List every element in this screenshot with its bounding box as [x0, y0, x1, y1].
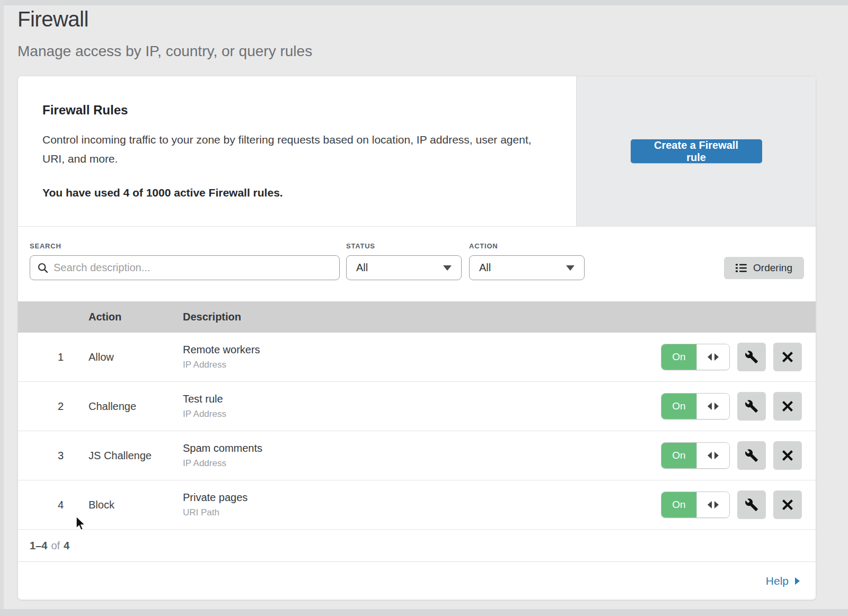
arrow-right-icon [795, 577, 800, 585]
status-label: STATUS [346, 242, 375, 250]
delete-rule-button[interactable] [773, 490, 802, 519]
toggle-arrows-icon [714, 403, 719, 410]
pagination-range: 1–4 [30, 540, 47, 552]
window-edge-left [0, 0, 4, 616]
help-row: Help [18, 561, 816, 600]
search-input[interactable] [54, 262, 332, 274]
rule-controls: On [646, 392, 816, 421]
ordered-list-icon [736, 263, 747, 273]
help-link[interactable]: Help [766, 575, 800, 587]
overview-section: Firewall Rules Control incoming traffic … [18, 76, 816, 227]
toggle-arrows-icon [714, 501, 719, 508]
help-link-label: Help [766, 575, 789, 587]
rule-controls: On [646, 490, 816, 519]
page-subtitle: Manage access by IP, country, or query r… [17, 43, 312, 60]
wrench-icon [745, 498, 758, 512]
chevron-down-icon [566, 265, 575, 271]
rule-match-type: IP Address [183, 458, 646, 469]
rule-match-type: IP Address [183, 360, 646, 370]
rule-action: Block [89, 499, 183, 511]
delete-rule-button[interactable] [773, 392, 802, 421]
table-row: 3 JS Challenge Spam comments IP Address … [18, 431, 816, 480]
search-label: SEARCH [30, 242, 61, 250]
action-selected-value: All [479, 262, 491, 274]
close-x-icon [782, 450, 793, 461]
create-rule-panel: Create a Firewall rule [577, 76, 816, 226]
close-x-icon [782, 351, 793, 363]
table-row: 1 Allow Remote workers IP Address On [18, 333, 816, 382]
rule-enabled-toggle[interactable]: On [661, 492, 730, 518]
create-firewall-rule-button[interactable]: Create a Firewall rule [631, 139, 762, 163]
page-title: Firewall [17, 7, 312, 31]
search-box[interactable] [30, 255, 340, 280]
rule-description-cell: Spam comments IP Address [183, 442, 646, 469]
toggle-arrows-icon [708, 353, 712, 361]
rules-table-body: 1 Allow Remote workers IP Address On [18, 333, 816, 530]
ordering-button-label: Ordering [753, 262, 792, 274]
chevron-down-icon [443, 265, 452, 271]
rule-action: Challenge [89, 400, 183, 413]
rule-description-cell: Test rule IP Address [183, 393, 646, 419]
wrench-icon [745, 399, 758, 413]
window-edge-bottom [0, 609, 848, 616]
rule-match-type: IP Address [183, 409, 646, 419]
toggle-handle[interactable] [696, 443, 729, 468]
close-x-icon [782, 400, 793, 412]
overview-usage: You have used 4 of 1000 active Firewall … [42, 186, 539, 199]
filters-section: SEARCH STATUS All ACTION All Ordering [18, 227, 816, 301]
rule-controls: On [646, 343, 816, 371]
rule-priority: 2 [18, 400, 89, 413]
rule-description: Private pages [183, 492, 646, 504]
rule-action: Allow [89, 351, 183, 363]
toggle-on-label: On [661, 443, 696, 468]
search-icon [38, 263, 48, 273]
overview-heading: Firewall Rules [42, 103, 539, 118]
rule-action: JS Challenge [89, 450, 183, 462]
action-label: ACTION [469, 242, 498, 250]
toggle-handle[interactable] [696, 344, 729, 370]
action-select[interactable]: All [469, 255, 585, 280]
rule-description: Test rule [183, 393, 646, 405]
wrench-icon [745, 350, 758, 364]
edit-rule-button[interactable] [737, 343, 766, 371]
ordering-button[interactable]: Ordering [724, 257, 804, 279]
rule-controls: On [646, 441, 816, 470]
description-column-header: Description [183, 311, 646, 323]
delete-rule-button[interactable] [773, 441, 802, 470]
toggle-on-label: On [661, 344, 696, 370]
toggle-on-label: On [661, 394, 696, 419]
toggle-handle[interactable] [696, 394, 729, 419]
table-row: 4 Block Private pages URI Path On [18, 480, 816, 530]
window-edge-top [0, 0, 848, 5]
rule-enabled-toggle[interactable]: On [661, 442, 730, 469]
status-select[interactable]: All [346, 255, 462, 280]
wrench-icon [745, 449, 758, 462]
rule-description: Remote workers [183, 344, 646, 356]
edit-rule-button[interactable] [737, 392, 766, 421]
toggle-arrows-icon [714, 353, 719, 361]
rule-description-cell: Remote workers IP Address [183, 344, 646, 370]
pagination-of: of [51, 540, 60, 552]
toggle-arrows-icon [708, 403, 712, 410]
page-header: Firewall Manage access by IP, country, o… [17, 7, 312, 60]
table-row: 2 Challenge Test rule IP Address On [18, 382, 816, 431]
toggle-arrows-icon [714, 452, 719, 459]
rule-enabled-toggle[interactable]: On [661, 393, 730, 419]
rule-match-type: URI Path [183, 507, 646, 518]
edit-rule-button[interactable] [737, 490, 766, 519]
rule-enabled-toggle[interactable]: On [661, 344, 730, 370]
status-selected-value: All [356, 262, 368, 274]
rule-priority: 4 [18, 499, 89, 511]
rule-description: Spam comments [183, 442, 646, 454]
table-header: Action Description [18, 301, 816, 333]
action-column-header: Action [89, 311, 183, 323]
rule-priority: 1 [18, 351, 89, 363]
toggle-arrows-icon [708, 501, 712, 508]
close-x-icon [782, 499, 793, 511]
delete-rule-button[interactable] [773, 343, 802, 371]
edit-rule-button[interactable] [737, 441, 766, 470]
toggle-arrows-icon [708, 452, 712, 459]
toggle-handle[interactable] [696, 492, 729, 517]
rule-priority: 3 [18, 450, 89, 462]
pagination-footer: 1–4 of 4 [18, 530, 816, 561]
